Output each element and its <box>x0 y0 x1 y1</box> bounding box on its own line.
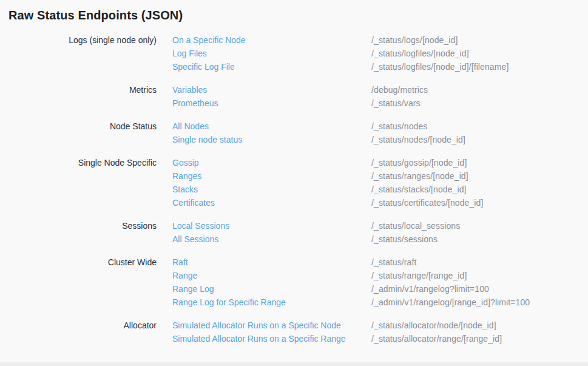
endpoint-row: Range Log for Specific Range /_admin/v1/… <box>172 296 588 309</box>
endpoint-url: /_status/nodes/[node_id] <box>371 133 588 146</box>
endpoint-link[interactable]: Range <box>172 269 371 282</box>
endpoint-url: /_status/logfiles/[node_id] <box>371 47 588 60</box>
endpoint-link[interactable]: Raft <box>172 256 371 269</box>
endpoint-url: /_admin/v1/rangelog/[range_id]?limit=100 <box>371 296 588 309</box>
endpoint-group: Metrics Variables /debug/metrics Prometh… <box>8 83 588 110</box>
endpoint-link[interactable]: Simulated Allocator Runs on a Specific R… <box>172 332 371 345</box>
category-label: Allocator <box>8 319 157 332</box>
endpoint-link[interactable]: Variables <box>172 83 371 97</box>
endpoint-url: /_status/allocator/range/[range_id] <box>371 332 588 345</box>
endpoint-row: On a Specific Node /_status/logs/[node_i… <box>172 33 588 47</box>
endpoint-rows: Simulated Allocator Runs on a Specific N… <box>172 319 588 345</box>
endpoint-link[interactable]: On a Specific Node <box>172 33 371 47</box>
category-label: Logs (single node only) <box>8 33 157 47</box>
endpoint-rows: Local Sessions /_status/local_sessions A… <box>172 219 588 246</box>
endpoint-row: Prometheus /_status/vars <box>172 97 588 110</box>
endpoint-link[interactable]: Certificates <box>172 196 371 209</box>
endpoint-link[interactable]: Specific Log File <box>172 60 371 73</box>
endpoint-row: All Sessions /_status/sessions <box>172 232 588 246</box>
endpoint-row: Variables /debug/metrics <box>172 83 588 97</box>
endpoint-link[interactable]: Simulated Allocator Runs on a Specific N… <box>172 319 371 332</box>
endpoint-row: Certificates /_status/certificates/[node… <box>172 196 588 209</box>
endpoint-link[interactable]: Gossip <box>172 156 371 169</box>
endpoint-link[interactable]: Ranges <box>172 169 371 183</box>
endpoint-url: /_admin/v1/rangelog?limit=100 <box>371 282 588 296</box>
endpoint-url: /_status/allocator/node/[node_id] <box>371 319 588 332</box>
endpoint-link[interactable]: All Nodes <box>172 120 371 133</box>
page-title: Raw Status Endpoints (JSON) <box>8 7 588 23</box>
endpoint-row: Gossip /_status/gossip/[node_id] <box>172 156 588 169</box>
endpoint-row: Single node status /_status/nodes/[node_… <box>172 133 588 146</box>
endpoint-rows: Raft /_status/raft Range /_status/range/… <box>172 256 588 309</box>
endpoint-row: Specific Log File /_status/logfiles/[nod… <box>172 60 588 73</box>
endpoint-row: Range /_status/range/[range_id] <box>172 269 588 282</box>
endpoint-group: Cluster Wide Raft /_status/raft Range /_… <box>8 256 588 309</box>
endpoint-link[interactable]: Range Log <box>172 282 371 296</box>
endpoint-url: /_status/logfiles/[node_id]/[filename] <box>371 60 588 73</box>
endpoint-rows: All Nodes /_status/nodes Single node sta… <box>172 120 588 146</box>
endpoint-row: Range Log /_admin/v1/rangelog?limit=100 <box>172 282 588 296</box>
endpoint-url: /_status/ranges/[node_id] <box>371 169 588 183</box>
endpoint-url: /_status/range/[range_id] <box>371 269 588 282</box>
endpoint-link[interactable]: Local Sessions <box>172 219 371 232</box>
endpoint-row: Log Files /_status/logfiles/[node_id] <box>172 47 588 60</box>
endpoint-group: Logs (single node only) On a Specific No… <box>8 33 588 73</box>
bottom-section-divider <box>0 362 588 366</box>
category-label: Metrics <box>8 83 157 97</box>
debug-endpoints-page: Raw Status Endpoints (JSON) Logs (single… <box>0 0 588 366</box>
category-label: Sessions <box>8 219 157 232</box>
endpoint-row: Raft /_status/raft <box>172 256 588 269</box>
endpoint-link[interactable]: Range Log for Specific Range <box>172 296 371 309</box>
category-label: Cluster Wide <box>8 256 157 269</box>
endpoint-group: Node Status All Nodes /_status/nodes Sin… <box>8 120 588 146</box>
endpoint-url: /_status/stacks/[node_id] <box>371 183 588 196</box>
endpoint-url: /_status/local_sessions <box>371 219 588 232</box>
endpoint-url: /_status/logs/[node_id] <box>371 33 588 47</box>
endpoint-row: Simulated Allocator Runs on a Specific N… <box>172 319 588 332</box>
endpoint-row: Ranges /_status/ranges/[node_id] <box>172 169 588 183</box>
endpoint-row: All Nodes /_status/nodes <box>172 120 588 133</box>
endpoint-url: /debug/metrics <box>371 83 588 97</box>
endpoint-rows: Gossip /_status/gossip/[node_id] Ranges … <box>172 156 588 209</box>
endpoint-row: Local Sessions /_status/local_sessions <box>172 219 588 232</box>
endpoint-url: /_status/nodes <box>371 120 588 133</box>
endpoint-group: Allocator Simulated Allocator Runs on a … <box>8 319 588 345</box>
endpoint-rows: On a Specific Node /_status/logs/[node_i… <box>172 33 588 73</box>
endpoint-group: Single Node Specific Gossip /_status/gos… <box>8 156 588 209</box>
endpoint-link[interactable]: Prometheus <box>172 97 371 110</box>
endpoint-link[interactable]: Stacks <box>172 183 371 196</box>
endpoint-rows: Variables /debug/metrics Prometheus /_st… <box>172 83 588 110</box>
endpoint-url: /_status/sessions <box>371 232 588 246</box>
endpoint-row: Stacks /_status/stacks/[node_id] <box>172 183 588 196</box>
endpoint-row: Simulated Allocator Runs on a Specific R… <box>172 332 588 345</box>
endpoint-group: Sessions Local Sessions /_status/local_s… <box>8 219 588 246</box>
endpoint-link[interactable]: All Sessions <box>172 232 371 246</box>
endpoint-url: /_status/raft <box>371 256 588 269</box>
category-label: Single Node Specific <box>8 156 157 169</box>
category-label: Node Status <box>8 120 157 133</box>
endpoint-url: /_status/gossip/[node_id] <box>371 156 588 169</box>
endpoint-link[interactable]: Log Files <box>172 47 371 60</box>
endpoint-groups: Logs (single node only) On a Specific No… <box>8 33 588 345</box>
endpoint-url: /_status/certificates/[node_id] <box>371 196 588 209</box>
endpoint-link[interactable]: Single node status <box>172 133 371 146</box>
endpoint-url: /_status/vars <box>371 97 588 110</box>
